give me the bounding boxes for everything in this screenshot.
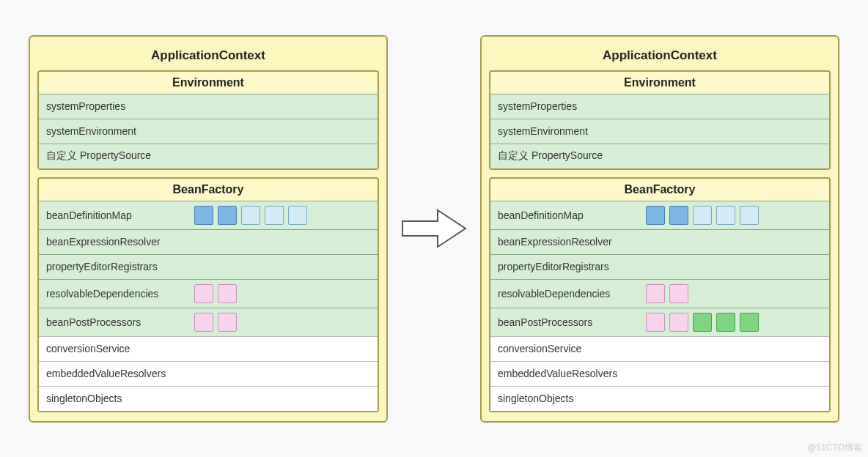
beanfactory-row: conversionService [490,336,829,361]
data-box [646,206,665,225]
beanfactory-row: resolvableDependencies [39,279,378,308]
row-label: conversionService [498,343,637,354]
right-beanfactory-section: BeanFactory beanDefinitionMapbeanExpress… [489,177,831,412]
left-env-row: systemProperties [39,94,378,119]
row-label: beanDefinitionMap [46,209,185,221]
beanfactory-row: beanPostProcessors [39,308,378,336]
box-group [194,284,237,303]
left-env-row: 自定义 PropertySource [39,144,378,168]
data-box [669,206,688,225]
row-label: systemProperties [46,100,185,112]
data-box [716,313,735,332]
box-group [194,313,237,332]
row-label: beanPostProcessors [498,316,637,328]
left-environment-section: Environment systemProperties systemEnvir… [37,70,379,170]
right-env-row: 自定义 PropertySource [490,144,829,168]
data-box [716,206,735,225]
box-group [646,284,688,303]
beanfactory-row: beanDefinitionMap [490,201,829,229]
row-label: systemEnvironment [498,125,637,137]
data-box [693,313,712,332]
beanfactory-row: singletonObjects [39,386,378,411]
row-label: propertyEditorRegistrars [46,261,185,272]
right-application-context: ApplicationContext Environment systemPro… [480,35,839,423]
left-application-context: ApplicationContext Environment systemPro… [29,35,388,423]
data-box [669,313,688,332]
data-box [218,313,237,332]
row-label: beanDefinitionMap [498,209,637,221]
beanfactory-row: beanPostProcessors [490,308,829,336]
data-box [194,284,213,303]
row-label: singletonObjects [46,393,185,404]
right-environment-title: Environment [490,72,829,94]
left-environment-title: Environment [39,72,378,94]
data-box [646,313,665,332]
row-label: beanExpressionResolver [46,236,185,248]
box-group [646,313,759,332]
row-label: embeddedValueResolvers [498,368,637,379]
beanfactory-row: singletonObjects [490,386,829,411]
data-box [241,206,260,225]
data-box [194,206,213,225]
beanfactory-row: conversionService [39,336,378,361]
data-box [740,313,759,332]
box-group [194,206,307,225]
data-box [265,206,284,225]
row-label: beanExpressionResolver [498,236,637,248]
right-env-row: systemProperties [490,94,829,119]
row-label: systemProperties [498,100,637,112]
row-label: singletonObjects [498,393,637,404]
right-environment-section: Environment systemProperties systemEnvir… [489,70,831,170]
left-env-row: systemEnvironment [39,119,378,144]
row-label: beanPostProcessors [46,316,185,328]
beanfactory-row: beanExpressionResolver [39,229,378,254]
left-context-title: ApplicationContext [37,42,379,70]
watermark: @51CTO博客 [807,442,862,454]
row-label: resolvableDependencies [498,288,637,300]
data-box [288,206,307,225]
data-box [740,206,759,225]
row-label: systemEnvironment [46,125,185,137]
data-box [218,206,237,225]
data-box [693,206,712,225]
row-label: embeddedValueResolvers [46,368,185,379]
row-label: resolvableDependencies [46,288,185,300]
beanfactory-row: propertyEditorRegistrars [39,254,378,279]
right-env-row: systemEnvironment [490,119,829,144]
beanfactory-row: beanDefinitionMap [39,201,378,229]
row-label: 自定义 PropertySource [46,149,185,163]
data-box [669,284,688,303]
beanfactory-row: propertyEditorRegistrars [490,254,829,279]
left-beanfactory-title: BeanFactory [39,179,378,201]
beanfactory-row: embeddedValueResolvers [39,361,378,386]
row-label: propertyEditorRegistrars [498,261,637,272]
row-label: 自定义 PropertySource [498,149,637,163]
left-beanfactory-section: BeanFactory beanDefinitionMapbeanExpress… [37,177,379,412]
right-context-title: ApplicationContext [489,42,831,70]
data-box [218,284,237,303]
row-label: conversionService [46,343,185,354]
beanfactory-row: beanExpressionResolver [490,229,829,254]
box-group [646,206,759,225]
arrow-icon [401,207,467,250]
right-beanfactory-title: BeanFactory [490,179,829,201]
beanfactory-row: embeddedValueResolvers [490,361,829,386]
beanfactory-row: resolvableDependencies [490,279,829,308]
data-box [646,284,665,303]
data-box [194,313,213,332]
